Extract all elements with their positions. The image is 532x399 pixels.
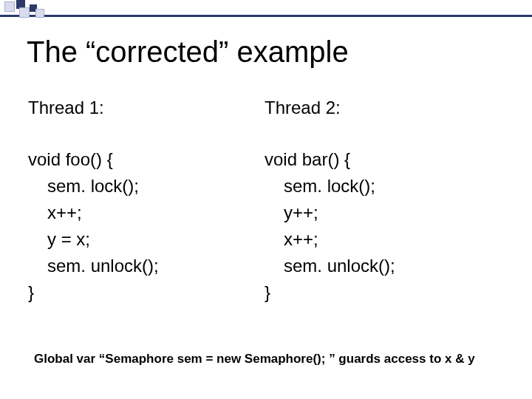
code-text: sem. unlock(); <box>28 253 159 279</box>
header-rule <box>0 15 532 17</box>
code-text: y++; <box>265 200 318 226</box>
code-line: y++; <box>265 200 486 226</box>
code-line: sem. unlock(); <box>28 253 250 279</box>
deco-square <box>4 1 15 12</box>
code-text: x++; <box>28 200 82 226</box>
thread-1-header: Thread 1: <box>28 95 250 121</box>
code-line: sem. unlock(); <box>265 253 486 279</box>
slide-title: The “corrected” example <box>27 35 349 69</box>
footer-note: Global var “Semaphore sem = new Semaphor… <box>34 352 475 366</box>
code-line: } <box>28 279 250 306</box>
column-thread-1: Thread 1: void foo() { sem. lock(); x++;… <box>28 95 250 306</box>
deco-square <box>19 7 30 18</box>
code-text: sem. unlock(); <box>265 253 395 279</box>
code-line: sem. lock(); <box>265 173 486 200</box>
column-thread-2: Thread 2: void bar() { sem. lock(); y++;… <box>265 95 486 306</box>
code-line: } <box>265 279 486 306</box>
code-line: x++; <box>265 226 486 253</box>
code-line: x++; <box>28 200 250 226</box>
code-line: void foo() { <box>28 146 250 173</box>
code-text: x++; <box>265 226 318 253</box>
code-line: void bar() { <box>265 146 486 173</box>
header-decoration <box>0 0 532 19</box>
thread-2-header: Thread 2: <box>265 95 486 121</box>
code-line: sem. lock(); <box>28 173 250 200</box>
slide: The “corrected” example Thread 1: void f… <box>0 0 532 399</box>
code-text: y = x; <box>28 226 90 253</box>
code-text: sem. lock(); <box>28 173 139 200</box>
code-text: sem. lock(); <box>265 173 375 200</box>
deco-square <box>35 9 44 18</box>
code-line: y = x; <box>28 226 250 253</box>
